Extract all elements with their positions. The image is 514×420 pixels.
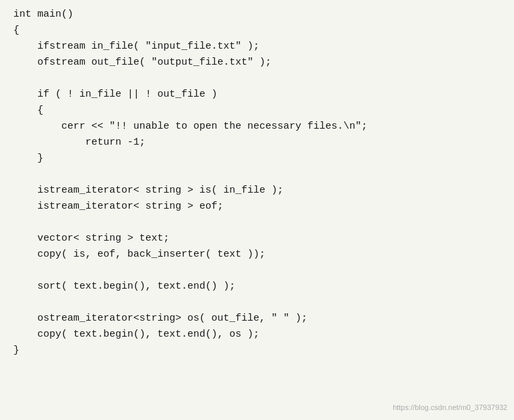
code-block: int main() { ifstream in_file( "input_fi… bbox=[13, 7, 501, 359]
watermark: https://blog.csdn.net/m0_37937932 bbox=[393, 402, 507, 413]
code-container: int main() { ifstream in_file( "input_fi… bbox=[0, 0, 514, 420]
